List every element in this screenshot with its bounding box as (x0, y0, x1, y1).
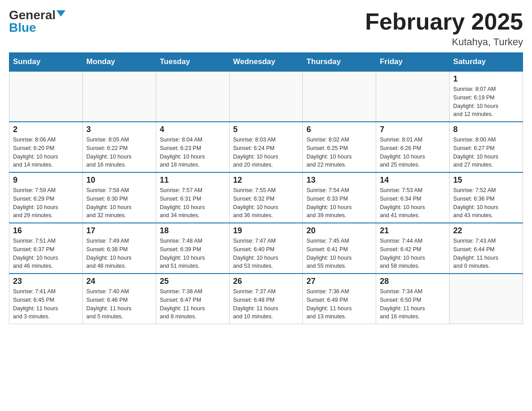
day-info: Sunrise: 7:57 AM Sunset: 6:31 PM Dayligh… (160, 187, 205, 218)
calendar-cell: 27Sunrise: 7:36 AM Sunset: 6:49 PM Dayli… (303, 274, 376, 324)
calendar-cell: 13Sunrise: 7:54 AM Sunset: 6:33 PM Dayli… (303, 172, 376, 223)
calendar-cell: 26Sunrise: 7:37 AM Sunset: 6:48 PM Dayli… (229, 274, 303, 324)
day-number: 9 (13, 176, 79, 185)
calendar-table: SundayMondayTuesdayWednesdayThursdayFrid… (9, 52, 523, 324)
day-info: Sunrise: 8:02 AM Sunset: 6:25 PM Dayligh… (306, 137, 352, 168)
day-info: Sunrise: 8:00 AM Sunset: 6:27 PM Dayligh… (453, 137, 498, 168)
day-number: 20 (306, 226, 372, 235)
day-number: 14 (380, 176, 446, 185)
day-number: 1 (453, 74, 519, 84)
day-info: Sunrise: 7:37 AM Sunset: 6:48 PM Dayligh… (233, 288, 279, 320)
day-number: 15 (453, 176, 519, 185)
day-number: 11 (160, 176, 226, 185)
day-info: Sunrise: 7:58 AM Sunset: 6:30 PM Dayligh… (86, 187, 132, 218)
day-number: 27 (306, 277, 372, 286)
day-number: 12 (233, 176, 299, 185)
day-info: Sunrise: 7:40 AM Sunset: 6:46 PM Dayligh… (86, 288, 132, 320)
day-number: 21 (380, 226, 446, 235)
day-info: Sunrise: 8:07 AM Sunset: 6:19 PM Dayligh… (453, 86, 498, 117)
month-title: February 2025 (365, 9, 523, 34)
calendar-cell: 22Sunrise: 7:43 AM Sunset: 6:44 PM Dayli… (450, 223, 523, 274)
day-info: Sunrise: 7:48 AM Sunset: 6:39 PM Dayligh… (160, 238, 205, 269)
day-info: Sunrise: 7:51 AM Sunset: 6:37 PM Dayligh… (13, 238, 58, 269)
calendar-week-row: 2Sunrise: 8:06 AM Sunset: 6:20 PM Daylig… (9, 122, 523, 172)
calendar-cell: 18Sunrise: 7:48 AM Sunset: 6:39 PM Dayli… (156, 223, 229, 274)
calendar-cell: 1Sunrise: 8:07 AM Sunset: 6:19 PM Daylig… (450, 71, 523, 122)
location-text: Kutahya, Turkey (365, 36, 523, 48)
calendar-cell: 12Sunrise: 7:55 AM Sunset: 6:32 PM Dayli… (229, 172, 303, 223)
day-number: 17 (86, 226, 152, 235)
day-of-week-header: Wednesday (229, 53, 303, 72)
day-info: Sunrise: 8:06 AM Sunset: 6:20 PM Dayligh… (13, 137, 58, 168)
day-number: 4 (160, 125, 226, 134)
day-number: 28 (380, 277, 446, 286)
day-number: 18 (160, 226, 226, 235)
logo-blue-text: Blue (9, 21, 36, 34)
day-of-week-header: Sunday (9, 53, 83, 72)
day-of-week-header: Thursday (303, 53, 376, 72)
day-info: Sunrise: 7:55 AM Sunset: 6:32 PM Dayligh… (233, 187, 279, 218)
day-number: 5 (233, 125, 299, 134)
calendar-cell: 17Sunrise: 7:49 AM Sunset: 6:38 PM Dayli… (82, 223, 156, 274)
calendar-cell: 19Sunrise: 7:47 AM Sunset: 6:40 PM Dayli… (229, 223, 303, 274)
day-of-week-header: Monday (82, 53, 156, 72)
day-info: Sunrise: 7:54 AM Sunset: 6:33 PM Dayligh… (306, 187, 352, 218)
day-info: Sunrise: 7:59 AM Sunset: 6:29 PM Dayligh… (13, 187, 58, 218)
calendar-cell: 8Sunrise: 8:00 AM Sunset: 6:27 PM Daylig… (450, 122, 523, 172)
day-info: Sunrise: 7:45 AM Sunset: 6:41 PM Dayligh… (306, 238, 352, 269)
day-of-week-header: Friday (376, 53, 450, 72)
calendar-cell (156, 71, 229, 122)
calendar-cell (9, 71, 83, 122)
calendar-cell: 16Sunrise: 7:51 AM Sunset: 6:37 PM Dayli… (9, 223, 83, 274)
calendar-week-row: 9Sunrise: 7:59 AM Sunset: 6:29 PM Daylig… (9, 172, 523, 223)
day-info: Sunrise: 8:01 AM Sunset: 6:26 PM Dayligh… (380, 137, 425, 168)
day-info: Sunrise: 7:44 AM Sunset: 6:42 PM Dayligh… (380, 238, 425, 269)
day-of-week-header: Saturday (450, 53, 523, 72)
calendar-cell: 3Sunrise: 8:05 AM Sunset: 6:22 PM Daylig… (82, 122, 156, 172)
calendar-cell: 24Sunrise: 7:40 AM Sunset: 6:46 PM Dayli… (82, 274, 156, 324)
calendar-cell (82, 71, 156, 122)
day-info: Sunrise: 7:36 AM Sunset: 6:49 PM Dayligh… (306, 288, 352, 320)
day-info: Sunrise: 7:34 AM Sunset: 6:50 PM Dayligh… (380, 288, 425, 320)
logo: General Blue (9, 9, 65, 34)
day-number: 2 (13, 125, 79, 134)
logo-arrow-icon (56, 10, 65, 17)
day-number: 3 (86, 125, 152, 134)
title-block: February 2025 Kutahya, Turkey (365, 9, 523, 48)
day-info: Sunrise: 8:04 AM Sunset: 6:23 PM Dayligh… (160, 137, 205, 168)
calendar-cell: 9Sunrise: 7:59 AM Sunset: 6:29 PM Daylig… (9, 172, 83, 223)
day-number: 13 (306, 176, 372, 185)
calendar-header-row: SundayMondayTuesdayWednesdayThursdayFrid… (9, 53, 523, 72)
calendar-cell: 4Sunrise: 8:04 AM Sunset: 6:23 PM Daylig… (156, 122, 229, 172)
calendar-cell (450, 274, 523, 324)
calendar-week-row: 23Sunrise: 7:41 AM Sunset: 6:45 PM Dayli… (9, 274, 523, 324)
calendar-cell: 15Sunrise: 7:52 AM Sunset: 6:36 PM Dayli… (450, 172, 523, 223)
calendar-cell: 10Sunrise: 7:58 AM Sunset: 6:30 PM Dayli… (82, 172, 156, 223)
calendar-cell: 28Sunrise: 7:34 AM Sunset: 6:50 PM Dayli… (376, 274, 450, 324)
day-number: 8 (453, 125, 519, 134)
day-of-week-header: Tuesday (156, 53, 229, 72)
calendar-cell: 20Sunrise: 7:45 AM Sunset: 6:41 PM Dayli… (303, 223, 376, 274)
calendar-week-row: 1Sunrise: 8:07 AM Sunset: 6:19 PM Daylig… (9, 71, 523, 122)
day-info: Sunrise: 7:41 AM Sunset: 6:45 PM Dayligh… (13, 288, 58, 320)
calendar-cell: 23Sunrise: 7:41 AM Sunset: 6:45 PM Dayli… (9, 274, 83, 324)
calendar-cell (303, 71, 376, 122)
calendar-cell: 5Sunrise: 8:03 AM Sunset: 6:24 PM Daylig… (229, 122, 303, 172)
calendar-cell (376, 71, 450, 122)
day-number: 22 (453, 226, 519, 235)
calendar-cell (229, 71, 303, 122)
calendar-cell: 7Sunrise: 8:01 AM Sunset: 6:26 PM Daylig… (376, 122, 450, 172)
day-number: 23 (13, 277, 79, 286)
day-info: Sunrise: 7:38 AM Sunset: 6:47 PM Dayligh… (160, 288, 205, 320)
day-number: 19 (233, 226, 299, 235)
day-info: Sunrise: 8:03 AM Sunset: 6:24 PM Dayligh… (233, 137, 279, 168)
day-number: 16 (13, 226, 79, 235)
calendar-cell: 11Sunrise: 7:57 AM Sunset: 6:31 PM Dayli… (156, 172, 229, 223)
day-info: Sunrise: 7:53 AM Sunset: 6:34 PM Dayligh… (380, 187, 425, 218)
calendar-cell: 6Sunrise: 8:02 AM Sunset: 6:25 PM Daylig… (303, 122, 376, 172)
day-number: 10 (86, 176, 152, 185)
day-number: 25 (160, 277, 226, 286)
day-info: Sunrise: 7:43 AM Sunset: 6:44 PM Dayligh… (453, 238, 498, 269)
day-number: 26 (233, 277, 299, 286)
calendar-cell: 21Sunrise: 7:44 AM Sunset: 6:42 PM Dayli… (376, 223, 450, 274)
